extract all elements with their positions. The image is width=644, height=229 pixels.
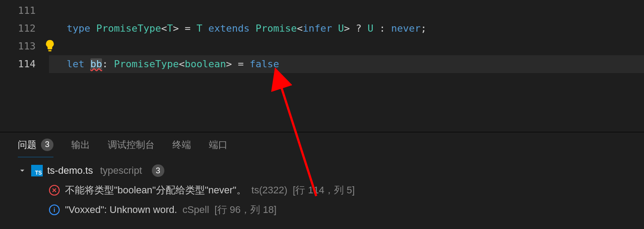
tab-label: 调试控制台: [108, 139, 155, 151]
bottom-panel: 问题 3 输出 调试控制台 终端 端口 TS ts-demo.ts typesc…: [0, 132, 644, 229]
problems-list: TS ts-demo.ts typescript 3 ✕ 不能将类型"boole…: [0, 157, 644, 220]
value-false: false: [249, 58, 279, 70]
tab-problems[interactable]: 问题 3: [18, 132, 53, 157]
code-line[interactable]: let bb: PromiseType<boolean> = false: [49, 55, 644, 73]
type-param: T: [167, 23, 173, 34]
problem-code: ts(2322): [252, 184, 288, 196]
code-line[interactable]: [49, 2, 644, 20]
tab-label: 问题: [18, 139, 37, 151]
type-param: U: [367, 23, 373, 34]
panel-tab-bar: 问题 3 输出 调试控制台 终端 端口: [0, 132, 644, 157]
ternary-colon: :: [374, 23, 391, 34]
type-name: PromiseType: [96, 23, 161, 34]
line-number: 111: [0, 2, 36, 20]
type-promise: Promise: [256, 23, 297, 34]
line-gutter: 111 112 113 114: [0, 2, 49, 132]
line-number: 112: [0, 20, 36, 37]
tab-ports[interactable]: 端口: [209, 132, 228, 157]
problem-item-error[interactable]: ✕ 不能将类型"boolean"分配给类型"never"。 ts(2322) […: [18, 180, 644, 200]
problem-item-info[interactable]: i "Voxxed": Unknown word. cSpell [行 96，列…: [18, 200, 644, 220]
equals: =: [179, 23, 196, 34]
colon: :: [102, 58, 114, 70]
code-line[interactable]: type PromiseType<T> = T extends Promise<…: [49, 20, 644, 37]
tab-output[interactable]: 输出: [71, 132, 90, 157]
variable-name-error: bb: [90, 58, 102, 70]
angle-bracket: <: [161, 23, 167, 34]
semicolon: ;: [421, 23, 427, 34]
angle-bracket: >: [344, 23, 350, 34]
problems-badge: 3: [41, 139, 53, 151]
tab-debug-console[interactable]: 调试控制台: [108, 132, 155, 157]
info-icon: i: [49, 204, 60, 215]
line-number: 113: [0, 37, 36, 55]
tab-terminal[interactable]: 终端: [172, 132, 191, 157]
type-boolean: boolean: [185, 58, 226, 70]
angle-bracket: <: [297, 23, 302, 34]
keyword-infer: infer: [303, 23, 332, 34]
error-icon: ✕: [49, 185, 60, 196]
code-line[interactable]: let b: PromiseType<Promise<boolean>> = f…: [49, 37, 644, 55]
problem-location: [行 114，列 5]: [293, 184, 355, 197]
code-editor[interactable]: 111 112 113 114 type PromiseType<T> = T …: [0, 0, 644, 132]
angle-bracket: >: [226, 58, 232, 70]
file-name: ts-demo.ts: [47, 165, 93, 176]
space: [85, 58, 90, 70]
type-name: PromiseType: [114, 58, 179, 70]
problem-location: [行 96，列 18]: [215, 203, 277, 217]
problem-message: "Voxxed": Unknown word.: [65, 204, 177, 216]
problem-code: cSpell: [183, 204, 209, 216]
type-param: U: [338, 23, 344, 34]
problem-message: 不能将类型"boolean"分配给类型"never"。: [65, 184, 246, 197]
tab-label: 输出: [71, 139, 90, 151]
keyword-type: type: [67, 23, 90, 34]
chevron-down-icon[interactable]: [18, 166, 27, 175]
keyword-extends: extends: [202, 23, 255, 34]
keyword-never: never: [391, 23, 420, 34]
typescript-file-icon: TS: [31, 165, 43, 176]
tab-label: 终端: [172, 139, 191, 151]
space: [332, 23, 338, 34]
tab-label: 端口: [209, 139, 228, 151]
problems-file-header[interactable]: TS ts-demo.ts typescript 3: [18, 161, 644, 180]
file-language: typescript: [100, 165, 142, 176]
ternary-q: ?: [350, 23, 368, 34]
code-content[interactable]: type PromiseType<T> = T extends Promise<…: [49, 2, 644, 132]
svg-rect-0: [49, 50, 52, 52]
file-problems-badge: 3: [152, 164, 164, 177]
lightbulb-icon[interactable]: [44, 39, 56, 52]
angle-bracket: >: [173, 23, 179, 34]
type-param: T: [196, 23, 202, 34]
line-number: 114: [0, 55, 36, 73]
equals: =: [232, 58, 250, 70]
keyword-let: let: [67, 58, 85, 70]
angle-bracket: <: [179, 58, 184, 70]
